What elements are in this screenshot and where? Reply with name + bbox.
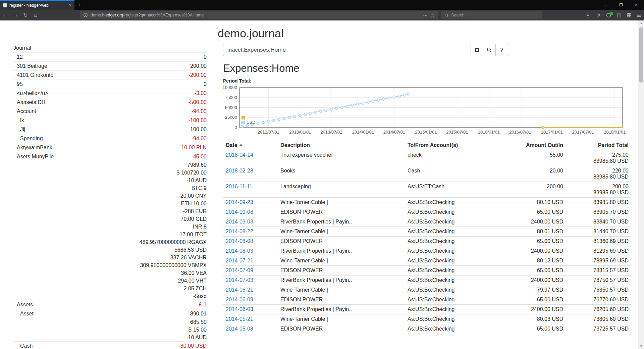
period-total-line: 83985.80 USD xyxy=(569,199,629,205)
browser-search-bar[interactable]: Search xyxy=(441,11,542,19)
chart-title: Period Total: xyxy=(223,78,252,84)
account-link[interactable]: 12 xyxy=(13,53,23,61)
cell-date: 2014-09-23 xyxy=(223,198,278,207)
account-balance: 5686.53 USD xyxy=(174,246,207,254)
sidebar-account-row: Jij100.00 xyxy=(13,125,207,134)
cell-description: EDISON POWER | xyxy=(278,207,405,217)
window-maximize-button[interactable] xyxy=(613,0,629,10)
register-row: 2014-05-08EDISON POWER |As:US:Bo:Checkin… xyxy=(223,324,631,334)
transaction-date-link[interactable]: 2014-06-21 xyxy=(226,287,253,293)
sidebar-balance-line: -20.00 CNY xyxy=(13,192,207,200)
transaction-date-link[interactable]: 2014-08-22 xyxy=(226,229,253,234)
account-link[interactable]: Aaasets:DH xyxy=(13,98,45,107)
legend-swatch-orange xyxy=(241,116,245,119)
account-balance: 7989.60 xyxy=(187,161,207,169)
home-button[interactable]: ⌂ xyxy=(31,11,40,19)
page-actions-icon[interactable]: ••• xyxy=(423,13,428,17)
tab-favicon-icon xyxy=(3,3,7,7)
magnifier-icon xyxy=(487,47,492,53)
download-icon[interactable] xyxy=(584,11,592,19)
reload-button[interactable]: ↻ xyxy=(21,11,30,19)
column-header-date[interactable]: Date xyxy=(223,141,278,150)
transaction-date-link[interactable]: 2014-07-09 xyxy=(226,267,253,273)
column-header-period-total: Period Total xyxy=(566,141,631,150)
period-total-line: 78815.57 USD xyxy=(569,267,629,273)
account-link[interactable]: Aktywa:mBank xyxy=(13,143,52,152)
site-info-icon[interactable] xyxy=(83,13,88,17)
account-balance: 2.05 ZCH xyxy=(184,285,207,292)
period-total-line: 76350.57 USD xyxy=(569,287,629,293)
cell-description: EDISON POWER | xyxy=(278,295,405,305)
menu-icon[interactable] xyxy=(635,11,643,19)
register-row: 2014-09-03RiverBank Properties | Payin..… xyxy=(223,217,631,227)
url-domain: hledger.org xyxy=(102,13,123,17)
account-link[interactable]: Assets xyxy=(13,300,33,309)
account-link[interactable]: 95 xyxy=(13,80,23,89)
account-link[interactable]: 301 Beiträge xyxy=(13,62,47,70)
transaction-date-link[interactable]: 2014-07-21 xyxy=(226,258,253,263)
account-balance: 200.00 xyxy=(190,62,207,70)
transaction-date-link[interactable]: 2014-09-03 xyxy=(226,219,253,225)
bookmark-star-icon[interactable]: ☆ xyxy=(430,12,435,18)
addon-icon[interactable] xyxy=(604,11,612,19)
browser-search-placeholder: Search xyxy=(451,13,465,17)
transaction-date-link[interactable]: 2018-02-28 xyxy=(226,168,253,173)
register-row: 2014-09-08EDISON POWER |As:US:Bo:Checkin… xyxy=(223,207,631,217)
search-submit-button[interactable] xyxy=(483,44,496,56)
transaction-date-link[interactable]: 2014-06-03 xyxy=(226,306,253,312)
cell-amount: 65.00 USD xyxy=(516,295,566,305)
search-help-button[interactable]: ? xyxy=(495,44,508,56)
browser-toolbar: ← → ↻ ⌂ demo.hledger.org/register?q=inac… xyxy=(0,10,644,20)
account-link[interactable]: Jij xyxy=(13,125,25,134)
sidebar-balance-line: 70.00 GLD xyxy=(13,215,207,223)
transaction-date-link[interactable]: 2014-09-23 xyxy=(226,199,253,205)
page-scrollbar[interactable]: ▲ ▼ xyxy=(638,20,644,349)
cell-amount: 2400.00 USD xyxy=(516,276,566,285)
grid-icon[interactable] xyxy=(625,11,633,19)
sort-ascending-icon xyxy=(239,144,243,148)
account-balance: 100.00 xyxy=(190,125,207,134)
cell-description: Books xyxy=(278,166,405,182)
scroll-down-icon[interactable]: ▼ xyxy=(638,343,644,349)
account-link[interactable]: lk xyxy=(13,116,24,125)
query-input[interactable] xyxy=(223,44,471,56)
cell-period-total: 76270.60 USD xyxy=(566,295,631,305)
transaction-date-link[interactable]: 2014-06-09 xyxy=(226,297,253,302)
back-button[interactable]: ← xyxy=(1,11,10,19)
library-icon[interactable] xyxy=(594,11,602,19)
transaction-date-link[interactable]: 2014-08-03 xyxy=(226,248,253,254)
reader-icon[interactable] xyxy=(615,11,623,19)
browser-tab[interactable]: register - hledger-web × xyxy=(0,0,74,10)
cell-date: 2014-07-21 xyxy=(223,256,278,266)
url-bar[interactable]: demo.hledger.org/register?q=inacct%3AExp… xyxy=(80,11,438,19)
account-link[interactable]: Spending xyxy=(13,134,43,143)
svg-text:2013/01/01: 2013/01/01 xyxy=(289,130,311,135)
account-link[interactable]: Asset xyxy=(13,309,34,318)
account-balance: -3.00 xyxy=(195,89,207,98)
transaction-date-link[interactable]: 2018-04-14 xyxy=(226,152,253,158)
window-minimize-button[interactable]: – xyxy=(598,0,613,10)
transaction-date-link[interactable]: 2014-05-21 xyxy=(226,316,253,322)
sidebar-journal-link[interactable]: Journal xyxy=(13,44,207,52)
account-link[interactable]: Account xyxy=(13,107,36,116)
scrollbar-thumb[interactable] xyxy=(639,27,643,83)
window-close-button[interactable]: × xyxy=(629,0,644,10)
account-link[interactable]: Cash xyxy=(13,342,33,349)
account-link[interactable]: 4101 Girokonto xyxy=(13,71,53,80)
new-tab-button[interactable]: + xyxy=(74,0,85,10)
cell-amount: 20.00 xyxy=(516,166,566,182)
clear-query-button[interactable] xyxy=(471,44,483,56)
transaction-date-link[interactable]: 2014-09-08 xyxy=(226,209,253,215)
column-header-description: Description xyxy=(278,141,405,150)
account-link[interactable]: <u>hello</u> xyxy=(13,89,48,98)
forward-button[interactable]: → xyxy=(11,11,20,19)
transaction-date-link[interactable]: 2014-08-08 xyxy=(226,238,253,244)
transaction-date-link[interactable]: 2014-07-03 xyxy=(226,277,253,283)
account-balance: 890.01 xyxy=(190,309,207,318)
tab-close-icon[interactable]: × xyxy=(69,3,71,7)
account-balance: -94.00 xyxy=(192,134,207,143)
scroll-up-icon[interactable]: ▲ xyxy=(638,20,644,26)
transaction-date-link[interactable]: 2014-05-08 xyxy=(226,326,253,332)
account-link[interactable]: Asets:MunyPile xyxy=(13,152,54,161)
transaction-date-link[interactable]: 2016-11-11 xyxy=(226,184,252,189)
